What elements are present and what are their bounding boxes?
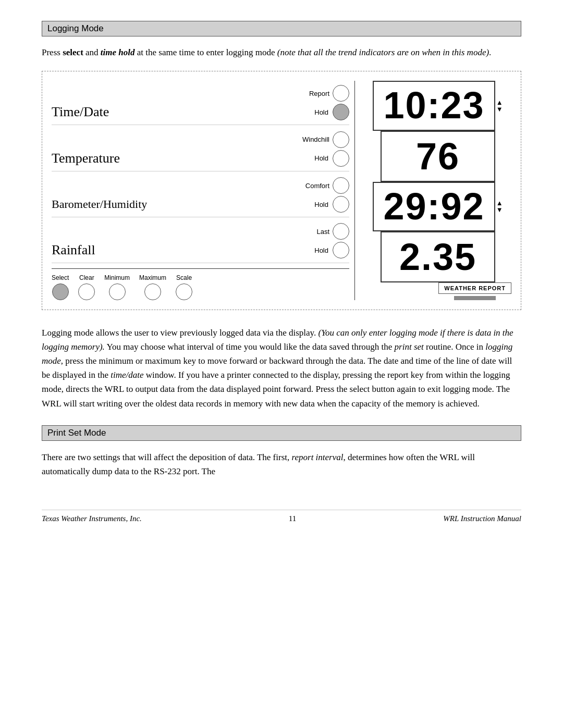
maximum-button[interactable] [144, 283, 161, 300]
sensor-top-timedate: Report [52, 85, 349, 102]
rain-display: 2.35 [381, 231, 495, 282]
windchill-label: Windchill [302, 135, 329, 143]
logging-body-text: Logging mode allows the user to view pre… [42, 326, 521, 411]
display-row-rain: 2.35 [381, 231, 495, 282]
print-set-text1: There are two settings that will affect … [42, 452, 291, 462]
report-button[interactable] [333, 85, 349, 102]
time-date-italic: time/date [111, 370, 143, 380]
display-row-time: 10:23 ▲ ▼ [373, 81, 503, 130]
print-set-italic: print set [395, 342, 424, 352]
temperature-label: Temperature [52, 151, 120, 166]
page-number: 11 [289, 514, 296, 523]
right-panel: 10:23 ▲ ▼ 76 29:92 ▲ ▼ 2.35 [355, 81, 511, 300]
scale-btn-label: Scale [176, 274, 192, 281]
sensor-top-temperature: Windchill [52, 131, 349, 148]
device-panel: Report Time/Date Hold Windchill [52, 81, 511, 300]
minimum-btn-group: Minimum [104, 274, 130, 300]
body-text-p1: Logging mode allows the user to view pre… [42, 328, 316, 338]
hold-label-barometer: Hold [314, 201, 328, 208]
temp-display: 76 [381, 131, 495, 182]
hold-label-timedate: Hold [314, 108, 328, 116]
maximum-btn-label: Maximum [139, 274, 166, 281]
logging-mode-header: Logging Mode [42, 21, 521, 36]
device-diagram: Report Time/Date Hold Windchill [42, 71, 521, 310]
print-set-mode-header: Print Set Mode [42, 425, 521, 441]
sensor-top-barometer: Comfort [52, 177, 349, 194]
maximum-btn-group: Maximum [139, 274, 166, 300]
baro-arrows: ▲ ▼ [496, 200, 503, 213]
sensor-row-temperature: Windchill Temperature Hold [52, 127, 349, 171]
hold-label-rainfall: Hold [314, 246, 328, 254]
footer-left: Texas Weather Instruments, Inc. [42, 514, 142, 523]
hold-button-barometer[interactable] [333, 196, 349, 213]
select-button[interactable] [52, 283, 69, 300]
display-row-baro: 29:92 ▲ ▼ [373, 182, 503, 231]
comfort-button[interactable] [333, 177, 349, 194]
display-row-temp: 76 [381, 131, 495, 182]
minimum-btn-label: Minimum [104, 274, 130, 281]
barometer-label: Barometer/Humidity [52, 198, 147, 211]
scale-button[interactable] [176, 283, 192, 300]
comfort-label: Comfort [305, 182, 329, 190]
page-footer: Texas Weather Instruments, Inc. 11 WRL I… [42, 510, 521, 523]
select-btn-group: Select [52, 274, 69, 300]
sensor-main-temperature: Temperature Hold [52, 150, 349, 167]
intro-text-after: at the same time to enter logging mode [137, 47, 277, 57]
hold-area-rainfall: Hold [314, 242, 349, 258]
sensor-main-timedate: Time/Date Hold [52, 104, 349, 120]
rainfall-label: Rainfall [52, 242, 95, 258]
time-display: 10:23 [373, 81, 495, 130]
baro-display: 29:92 [373, 182, 495, 231]
bottom-buttons-row: Select Clear Minimum Maximum Scale [52, 268, 349, 300]
sensor-row-barometer: Comfort Barometer/Humidity Hold [52, 173, 349, 217]
hold-area-temperature: Hold [314, 150, 349, 167]
last-button[interactable] [333, 223, 349, 240]
scale-btn-group: Scale [176, 274, 192, 300]
clear-btn-label: Clear [79, 274, 94, 281]
weather-report-button[interactable]: WEATHER REPORT [438, 282, 511, 294]
weather-report-bar [454, 296, 496, 300]
print-set-body-text: There are two settings that will affect … [42, 450, 521, 478]
select-bold: select [63, 47, 83, 57]
hold-label-temperature: Hold [314, 154, 328, 162]
down-arrow-time[interactable]: ▼ [496, 106, 503, 113]
sensor-row-timedate: Report Time/Date Hold [52, 81, 349, 125]
windchill-button[interactable] [333, 131, 349, 148]
down-arrow-baro[interactable]: ▼ [496, 206, 503, 213]
footer-right: WRL Instruction Manual [443, 514, 521, 523]
clear-button[interactable] [78, 283, 95, 300]
clear-btn-group: Clear [78, 274, 95, 300]
minimum-button[interactable] [109, 283, 126, 300]
report-interval-italic: report interval [291, 452, 343, 462]
hold-button-timedate[interactable] [333, 104, 349, 120]
intro-note: (note that all the trend indicators are … [277, 47, 489, 57]
up-arrow-time[interactable]: ▲ [496, 99, 503, 106]
last-label: Last [316, 228, 329, 236]
body-text-p1-cont: You may choose what interval of time you… [107, 342, 395, 352]
weather-report-area: WEATHER REPORT [438, 282, 511, 300]
hold-button-temperature[interactable] [333, 150, 349, 167]
report-label: Report [309, 90, 329, 97]
sensor-top-rainfall: Last [52, 223, 349, 240]
body-text-routine: routine. Once in [424, 342, 486, 352]
sensor-main-rainfall: Rainfall Hold [52, 242, 349, 258]
timedate-label: Time/Date [52, 104, 109, 120]
hold-area-timedate: Hold [314, 104, 349, 120]
intro-paragraph: Press select and time hold at the same t… [42, 46, 521, 59]
hold-area-barometer: Hold [314, 196, 349, 213]
sensor-main-barometer: Barometer/Humidity Hold [52, 196, 349, 213]
time-hold-bold: time hold [101, 47, 135, 57]
hold-button-rainfall[interactable] [333, 242, 349, 258]
left-panel: Report Time/Date Hold Windchill [52, 81, 355, 300]
sensor-row-rainfall: Last Rainfall Hold [52, 219, 349, 263]
time-arrows: ▲ ▼ [496, 99, 503, 113]
select-btn-label: Select [52, 274, 69, 281]
